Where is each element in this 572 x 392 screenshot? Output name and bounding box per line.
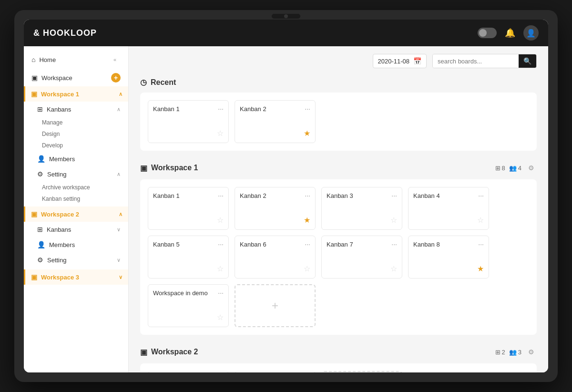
monitor-icon-ws1: ▣ [31,90,37,98]
recent-card-1-star[interactable]: ★ [304,129,310,138]
theme-toggle[interactable] [478,28,497,38]
workspace2-chevron: ∧ [119,211,123,217]
recent-card-1-header: Kanban 2 ··· [240,105,310,113]
ws1-card-1[interactable]: Kanban 2 ··· ★ [235,187,316,230]
date-value: 2020-11-08 [378,58,410,65]
ws1-card-4-menu[interactable]: ··· [218,241,224,248]
sidebar-setting-ws1[interactable]: ⚙ Setting ∧ [24,166,128,182]
ws1-card-6-menu[interactable]: ··· [391,241,397,248]
ws1-card-2[interactable]: Kanban 3 ··· ☆ [321,187,402,230]
ws1-card-7-menu[interactable]: ··· [478,241,484,248]
sidebar-workspace-label: Workspace [41,74,111,82]
ws1-card-2-title: Kanban 3 [327,192,353,199]
ws1-card-8[interactable]: Workspace in demo ··· ☆ [148,284,229,327]
search-input[interactable] [433,54,519,68]
ws1-card-6-star[interactable]: ☆ [390,264,397,273]
ws1-card-5-star[interactable]: ☆ [304,264,310,273]
workspace2-board-count-val: 2 [502,349,505,356]
workspace1-settings-btn[interactable]: ⚙ [525,162,537,174]
ws1-card-7[interactable]: Kanban 8 ··· ★ [408,236,489,279]
sidebar-workspace1-header[interactable]: ▣ Workspace 1 ∧ [24,86,128,102]
sidebar-sub-kanban-setting[interactable]: Kanban setting [24,193,128,205]
recent-card-0-header: Kanban 1 ··· [153,105,224,113]
sidebar-workspace3-label: Workspace 3 [41,274,119,281]
kanbans-ws1-chevron: ∧ [117,106,121,113]
sidebar-members-ws1[interactable]: 👤 Members [24,151,128,166]
workspace2-section-actions: ⊞ 2 👥 3 ⚙ [495,346,537,358]
ws1-card-0-star[interactable]: ☆ [217,216,224,225]
ws1-card-8-menu[interactable]: ··· [218,289,224,296]
app-header: & HOOKLOOP 🔔 👤 [24,20,548,46]
content-toolbar: 2020-11-08 📅 🔍 [140,54,537,68]
ws1-card-5[interactable]: Kanban 6 ··· ☆ [235,236,316,279]
ws1-card-3[interactable]: Kanban 4 ··· ☆ [408,187,489,230]
ws1-card-3-menu[interactable]: ··· [478,192,484,199]
search-button[interactable]: 🔍 [519,54,536,68]
workspace2-section-title: ▣ Workspace 2 [140,348,198,357]
ws1-card-4[interactable]: Kanban 5 ··· ☆ [148,236,229,279]
sidebar-sub-archive-label: Archive workspace [42,184,90,191]
monitor-icon-section-ws1: ▣ [140,164,147,173]
ws1-add-card[interactable]: + [235,284,316,327]
sidebar-workspace2-header[interactable]: ▣ Workspace 2 ∧ [24,206,128,222]
app-container: & HOOKLOOP 🔔 👤 ⌂ Home « [24,20,548,372]
bell-button[interactable]: 🔔 [502,25,518,41]
recent-card-0-menu[interactable]: ··· [218,105,224,112]
setting-ws1-chevron: ∧ [117,171,121,177]
sidebar-sub-develop[interactable]: Develop [24,140,128,151]
workspace2-section-title-text: Workspace 2 [151,348,198,356]
members-icon-ws2: 👥 [509,349,517,356]
ws1-card-5-menu[interactable]: ··· [305,241,310,248]
workspace3-chevron: ∨ [119,274,123,280]
people-icon-ws1: 👤 [37,155,45,163]
search-box: 🔍 [432,54,537,68]
ws1-card-6[interactable]: Kanban 7 ··· ☆ [321,236,402,279]
sidebar-setting-ws2[interactable]: ⚙ Setting ∨ [24,252,128,268]
ws2-card-1[interactable]: Kanban 2 ··· ☆ [235,371,316,372]
sidebar-collapse-btn[interactable]: « [109,54,121,65]
sidebar-workspace2-label: Workspace 2 [41,211,119,218]
recent-cards-grid: Kanban 1 ··· ☆ Kanban 2 ··· [140,93,537,151]
add-workspace-button[interactable]: + [111,73,121,83]
boards-icon-ws1: ⊞ [495,165,500,172]
workspace2-settings-btn[interactable]: ⚙ [525,346,537,358]
recent-card-0[interactable]: Kanban 1 ··· ☆ [148,100,229,143]
sidebar-workspace3-header[interactable]: ▣ Workspace 3 ∨ [24,269,128,285]
sidebar-kanbans-ws2[interactable]: ⊞ Kanbans ∨ [24,222,128,237]
ws1-card-8-star[interactable]: ☆ [217,313,224,322]
sidebar-sub-kanban-setting-label: Kanban setting [42,196,80,202]
ws1-card-1-star[interactable]: ★ [304,216,310,225]
recent-section-header: ◷ Recent [140,78,537,87]
recent-card-0-star[interactable]: ☆ [217,129,224,138]
workspace1-section: ▣ Workspace 1 ⊞ 8 👥 4 [140,162,537,335]
ws1-card-1-title: Kanban 2 [240,192,266,199]
sidebar-sub-archive[interactable]: Archive workspace [24,182,128,193]
sidebar-sub-manage[interactable]: Manage [24,117,128,128]
recent-card-1[interactable]: Kanban 2 ··· ★ [235,100,316,143]
recent-card-1-title: Kanban 2 [240,105,266,113]
ws2-add-card[interactable]: + [321,371,402,372]
ws1-card-8-title: Workspace in demo [153,289,208,297]
sidebar-item-workspace[interactable]: ▣ Workspace + [24,69,128,86]
ws1-add-icon: + [272,299,278,312]
ws1-card-2-star[interactable]: ☆ [390,216,397,225]
ws1-card-2-menu[interactable]: ··· [391,192,397,199]
date-picker[interactable]: 2020-11-08 📅 [373,54,427,68]
sidebar-setting-ws2-label: Setting [47,257,117,264]
ws1-card-3-star[interactable]: ☆ [477,216,484,225]
sidebar-kanbans-ws2-label: Kanbans [47,226,117,233]
sidebar-kanbans-ws1[interactable]: ⊞ Kanbans ∧ [24,102,128,117]
ws1-card-7-star[interactable]: ★ [477,264,484,273]
user-menu-button[interactable]: 👤 [523,25,539,41]
sidebar-members-ws2[interactable]: 👤 Members [24,237,128,252]
ws1-card-4-star[interactable]: ☆ [217,264,224,273]
workspace1-section-header: ▣ Workspace 1 ⊞ 8 👥 4 [140,162,537,174]
sidebar-sub-design[interactable]: Design [24,128,128,140]
ws1-card-0-menu[interactable]: ··· [218,192,224,199]
ws1-card-1-menu[interactable]: ··· [305,192,310,199]
ws2-card-0[interactable]: Kanban 1 ··· ☆ [148,371,229,372]
sidebar-item-home[interactable]: ⌂ Home « [24,50,128,69]
ws1-card-0[interactable]: Kanban 1 ··· ☆ [148,187,229,230]
sidebar-setting-ws1-label: Setting [47,171,117,178]
recent-card-1-menu[interactable]: ··· [305,105,310,112]
